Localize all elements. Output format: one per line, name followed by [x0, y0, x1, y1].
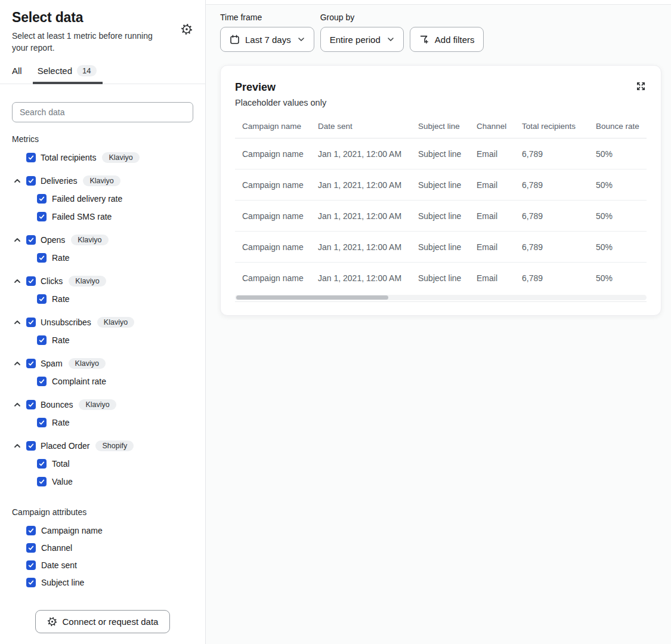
table-header-row: Campaign nameDate sentSubject lineChanne… [235, 122, 647, 138]
submetric-checkbox[interactable] [37, 477, 47, 486]
collapse-chevron-icon[interactable] [13, 359, 21, 368]
tab-selected[interactable]: Selected 14 [38, 65, 97, 84]
submetric-label[interactable]: Failed SMS rate [52, 212, 112, 221]
metric-label[interactable]: Total recipients [41, 153, 96, 162]
group-by-label: Group by [320, 13, 404, 22]
submetric-checkbox[interactable] [37, 335, 47, 345]
attribute-checkbox[interactable] [26, 526, 36, 535]
submetric-checkbox[interactable] [37, 377, 47, 386]
metric-checkbox[interactable] [26, 359, 36, 368]
attribute-label[interactable]: Subject line [41, 578, 84, 587]
metric-checkbox[interactable] [26, 235, 36, 245]
collapse-chevron-icon[interactable] [13, 277, 21, 285]
scrollbar-thumb[interactable] [236, 295, 388, 300]
preview-table: Campaign nameDate sentSubject lineChanne… [235, 122, 647, 302]
settings-button[interactable] [180, 23, 193, 36]
metric-children: Rate [0, 249, 205, 267]
table-body: Campaign nameJan 1, 2021, 12:00 AMSubjec… [235, 138, 647, 294]
submetric-label[interactable]: Value [52, 477, 73, 486]
table-cell: 6,789 [522, 149, 596, 159]
group-by-dropdown[interactable]: Entire period [320, 27, 404, 52]
submetric-checkbox[interactable] [37, 418, 47, 427]
table-cell: 6,789 [522, 180, 596, 190]
filter-plus-icon [419, 35, 429, 45]
add-filters-button[interactable]: Add filters [410, 27, 484, 52]
metric-label[interactable]: Clicks [41, 276, 63, 286]
submetric-label[interactable]: Rate [52, 335, 70, 345]
table-cell: Jan 1, 2021, 12:00 AM [318, 180, 418, 190]
submetric-checkbox[interactable] [37, 212, 47, 221]
submetric-label[interactable]: Total [52, 459, 70, 469]
metric-row: Bounces Klaviyo [0, 396, 205, 414]
metric-label[interactable]: Spam [41, 359, 63, 368]
attribute-checkbox[interactable] [26, 560, 36, 570]
metric-label[interactable]: Bounces [41, 400, 73, 409]
collapse-chevron-icon[interactable] [13, 442, 21, 450]
metric-label[interactable]: Unsubscribes [41, 318, 91, 327]
table-cell: Email [477, 180, 522, 190]
attribute-checkbox[interactable] [26, 578, 36, 587]
submetric-row: Rate [0, 414, 205, 432]
metric-checkbox[interactable] [26, 153, 36, 162]
table-cell: Email [477, 149, 522, 159]
metric-row: Clicks Klaviyo [0, 272, 205, 290]
column-header: Campaign name [242, 122, 318, 131]
attribute-label[interactable]: Date sent [41, 560, 77, 570]
page-title: Select data [12, 10, 193, 26]
metric-checkbox[interactable] [26, 400, 36, 409]
attribute-row: Channel [0, 539, 205, 556]
horizontal-scrollbar[interactable] [235, 295, 647, 300]
metric-group: Opens Klaviyo Rate [0, 231, 205, 267]
tab-all-label: All [12, 66, 22, 76]
table-cell: Campaign name [242, 180, 318, 190]
metric-checkbox[interactable] [26, 176, 36, 186]
table-cell: Campaign name [242, 242, 318, 252]
metric-row: Deliveries Klaviyo [0, 172, 205, 190]
submetric-row: Failed delivery rate [0, 190, 205, 208]
metric-checkbox[interactable] [26, 276, 36, 286]
attribute-label[interactable]: Channel [41, 543, 72, 553]
metric-checkbox[interactable] [26, 318, 36, 327]
metric-group: Deliveries Klaviyo Failed delivery rate … [0, 172, 205, 226]
collapse-chevron-icon[interactable] [13, 236, 21, 244]
search-input[interactable] [12, 102, 193, 122]
submetric-label[interactable]: Rate [52, 418, 70, 427]
tab-all[interactable]: All [12, 65, 22, 84]
submetric-checkbox[interactable] [37, 194, 47, 204]
metric-label[interactable]: Placed Order [41, 441, 89, 451]
connect-or-request-data-button[interactable]: Connect or request data [35, 610, 171, 633]
page-subtitle: Select at least 1 metric before running … [12, 30, 165, 54]
source-badge: Klaviyo [71, 235, 108, 245]
metric-checkbox[interactable] [26, 441, 36, 451]
column-header: Subject line [418, 122, 477, 131]
table-cell: 50% [596, 242, 647, 252]
submetric-label[interactable]: Failed delivery rate [52, 194, 122, 204]
metric-label[interactable]: Deliveries [41, 176, 77, 186]
metrics-list: Total recipients Klaviyo Deliveries Klav… [0, 149, 205, 491]
submetric-checkbox[interactable] [37, 459, 47, 469]
time-frame-label: Time frame [220, 13, 314, 22]
time-frame-dropdown[interactable]: Last 7 days [220, 27, 314, 52]
submetric-label[interactable]: Rate [52, 294, 70, 304]
attribute-row: Subject line [0, 574, 205, 591]
report-main-area: Time frame Last 7 days Group by Entire [206, 0, 671, 644]
metric-children: Complaint rate [0, 372, 205, 390]
table-row: Campaign nameJan 1, 2021, 12:00 AMSubjec… [235, 138, 647, 170]
metric-label[interactable]: Opens [41, 235, 65, 245]
table-cell: Subject line [418, 149, 477, 159]
submetric-row: Value [0, 473, 205, 491]
metric-row: Spam Klaviyo [0, 355, 205, 372]
expand-preview-button[interactable] [633, 79, 648, 93]
attribute-label[interactable]: Campaign name [41, 526, 103, 535]
collapse-chevron-icon[interactable] [13, 400, 21, 409]
table-cell: Campaign name [242, 211, 318, 221]
collapse-chevron-icon[interactable] [13, 318, 21, 326]
source-badge: Klaviyo [69, 276, 106, 286]
collapse-chevron-icon[interactable] [13, 177, 21, 185]
submetric-label[interactable]: Rate [52, 253, 70, 263]
attribute-checkbox[interactable] [26, 543, 36, 553]
submetric-label[interactable]: Complaint rate [52, 377, 106, 386]
submetric-checkbox[interactable] [37, 253, 47, 263]
table-cell: Campaign name [242, 273, 318, 283]
submetric-checkbox[interactable] [37, 294, 47, 304]
